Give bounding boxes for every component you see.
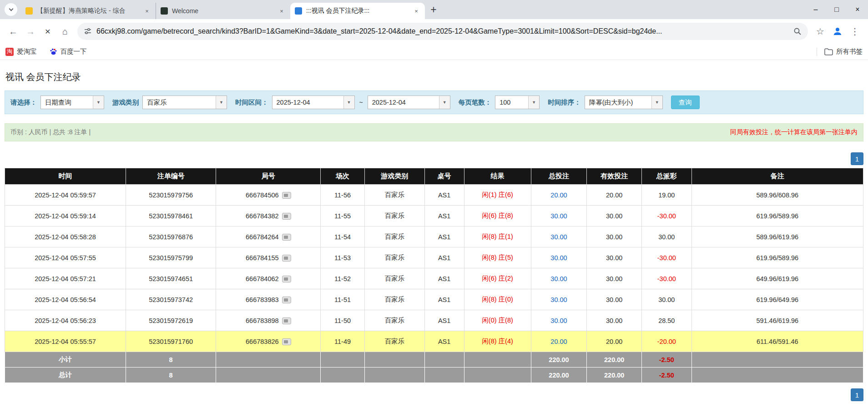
footer-cell	[691, 352, 863, 368]
total-bet-link[interactable]: 30.00	[550, 275, 567, 282]
video-replay-icon[interactable]	[282, 276, 291, 282]
date-end-input[interactable]: 2025-12-04 ▼	[368, 96, 450, 109]
footer-cell: 220.00	[587, 368, 642, 383]
stop-loading-button[interactable]: ×	[39, 23, 56, 40]
browser-tab[interactable]: Welcome×	[156, 3, 290, 19]
round-number: 666784382	[246, 212, 279, 220]
url-text[interactable]: 66cxkj98.com/game/betrecord_search/kind3…	[96, 27, 789, 35]
cell-round: 666783983	[216, 289, 321, 310]
back-button[interactable]: ←	[5, 23, 22, 40]
video-replay-icon[interactable]	[282, 192, 291, 199]
browser-tab[interactable]: :::视讯 会员下注纪录:::×	[290, 3, 425, 19]
cell-note: 619.96/589.96	[691, 247, 863, 268]
footer-cell: 8	[126, 368, 216, 383]
tab-title: 【新提醒】海燕策略论坛 - 综合	[37, 7, 140, 15]
minimize-button[interactable]: –	[805, 0, 826, 19]
cell-payout: 30.00	[642, 227, 691, 247]
column-header: 有效投注	[587, 168, 642, 185]
total-bet-link[interactable]: 30.00	[550, 233, 567, 241]
bookmark-baidu[interactable]: 百度一下	[50, 47, 87, 56]
site-settings-icon[interactable]	[84, 27, 92, 35]
home-button[interactable]: ⌂	[56, 23, 74, 40]
game-type-label: 游戏类别	[112, 98, 139, 107]
cell-table-no: AS1	[424, 247, 464, 268]
video-replay-icon[interactable]	[282, 255, 291, 262]
close-button[interactable]: ×	[847, 0, 868, 19]
search-button[interactable]: 查询	[671, 96, 700, 109]
pagination-bottom: 1	[5, 388, 863, 401]
chevron-down-icon[interactable]: ▼	[216, 96, 227, 109]
date-start-input[interactable]: 2025-12-04 ▼	[272, 96, 355, 109]
tab-search-button[interactable]	[5, 3, 17, 16]
total-bet-link[interactable]: 20.00	[550, 338, 567, 345]
chevron-down-icon	[9, 7, 13, 11]
bet-table: 时间注单编号局号场次游戏类别桌号结果总投注有效投注总派彩备注 2025-12-0…	[5, 168, 863, 383]
address-bar[interactable]: 66cxkj98.com/game/betrecord_search/kind3…	[77, 23, 808, 40]
page-1-button[interactable]: 1	[851, 388, 863, 401]
tab-close-icon[interactable]: ×	[143, 7, 151, 15]
column-header: 场次	[321, 168, 364, 185]
profile-icon[interactable]	[829, 23, 846, 40]
tab-close-icon[interactable]: ×	[278, 7, 286, 15]
cell-total-bet: 30.00	[531, 310, 587, 331]
cell-time: 2025-12-04 05:59:14	[5, 206, 126, 227]
video-replay-icon[interactable]	[282, 213, 291, 220]
chevron-down-icon[interactable]: ▼	[93, 96, 104, 109]
bookmark-star-icon[interactable]: ☆	[812, 23, 829, 40]
cell-table-no: AS1	[424, 331, 464, 352]
tab-close-icon[interactable]: ×	[412, 7, 420, 15]
zoom-icon[interactable]	[793, 27, 802, 35]
per-page-select[interactable]: 100 ▼	[495, 96, 540, 109]
total-bet-link[interactable]: 30.00	[550, 317, 567, 324]
result-player: 闲(8)	[482, 254, 496, 261]
total-bet-link[interactable]: 30.00	[550, 212, 567, 220]
page-1-button[interactable]: 1	[851, 152, 863, 165]
video-replay-icon[interactable]	[282, 234, 291, 241]
cell-round: 666784264	[216, 227, 321, 247]
cell-time: 2025-12-04 05:56:23	[5, 310, 126, 331]
select-label: 请选择：	[10, 98, 37, 107]
browser-tab[interactable]: 【新提醒】海燕策略论坛 - 综合×	[21, 3, 156, 19]
footer-cell	[364, 368, 424, 383]
cell-bet-id: 523015978461	[126, 206, 216, 227]
video-replay-icon[interactable]	[282, 317, 291, 324]
chevron-down-icon[interactable]: ▼	[439, 96, 450, 109]
cell-result: 闲(8) 庄(4)	[464, 331, 531, 352]
total-bet-link[interactable]: 30.00	[550, 296, 567, 303]
cell-time: 2025-12-04 05:55:57	[5, 331, 126, 352]
cell-table-no: AS1	[424, 310, 464, 331]
cell-bet-id: 523015975799	[126, 247, 216, 268]
nav-bar: ← → × ⌂ 66cxkj98.com/game/betrecord_sear…	[0, 19, 868, 44]
new-tab-button[interactable]: +	[427, 3, 440, 16]
bookmark-taobao[interactable]: 淘 爱淘宝	[5, 47, 37, 56]
cell-total-bet: 30.00	[531, 289, 587, 310]
result-banker: 庄(5)	[499, 254, 513, 261]
page-content: 视讯 会员下注纪录 请选择： 日期查询 ▼ 游戏类别 百家乐 ▼ 时间区间： 2…	[0, 71, 868, 401]
pagination-top: 1	[5, 152, 863, 165]
cell-game-type: 百家乐	[364, 227, 424, 247]
video-replay-icon[interactable]	[282, 338, 291, 345]
cell-total-bet: 30.00	[531, 268, 587, 289]
column-header: 总投注	[531, 168, 587, 185]
tab-title: Welcome	[172, 7, 275, 15]
forward-button[interactable]: →	[22, 23, 39, 40]
menu-icon[interactable]: ⋮	[846, 23, 863, 40]
sort-select[interactable]: 降幂(由大到小) ▼	[585, 96, 663, 109]
tab-title: :::视讯 会员下注纪录:::	[306, 7, 409, 15]
chevron-down-icon[interactable]: ▼	[651, 96, 662, 109]
footer-cell	[424, 352, 464, 368]
bet-row: 2025-12-04 05:55:57523015971760666783826…	[5, 331, 863, 352]
query-type-select[interactable]: 日期查询 ▼	[40, 96, 104, 109]
total-bet-link[interactable]: 30.00	[550, 254, 567, 262]
total-bet-link[interactable]: 20.00	[550, 191, 567, 199]
cell-payout: -30.00	[642, 247, 691, 268]
chevron-down-icon[interactable]: ▼	[343, 96, 354, 109]
result-banker: 庄(6)	[499, 191, 513, 198]
video-replay-icon[interactable]	[282, 297, 291, 303]
cell-note: 589.96/608.96	[691, 185, 863, 206]
game-type-select[interactable]: 百家乐 ▼	[142, 96, 227, 109]
all-bookmarks-button[interactable]: 所有书签	[824, 47, 863, 56]
cell-round: 666784062	[216, 268, 321, 289]
maximize-button[interactable]: □	[826, 0, 847, 19]
chevron-down-icon[interactable]: ▼	[528, 96, 539, 109]
